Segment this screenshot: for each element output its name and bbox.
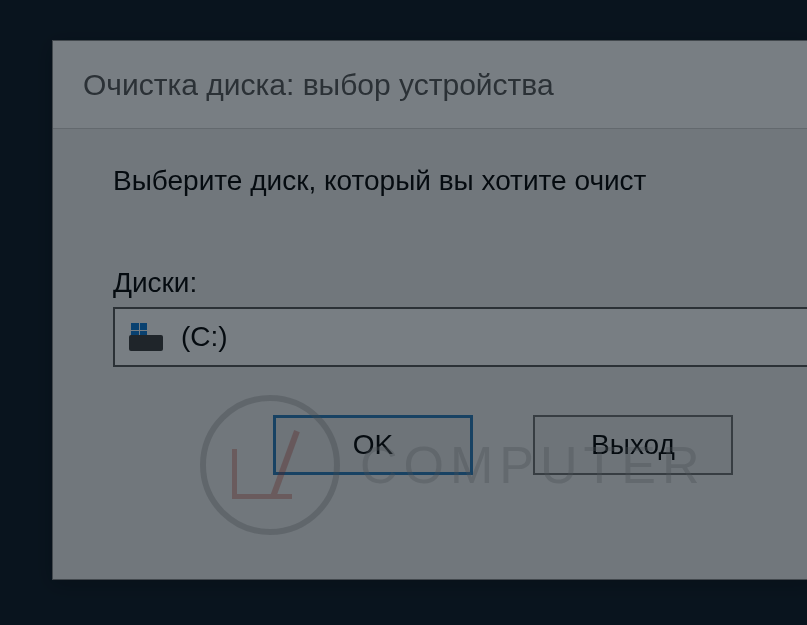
dialog-content: Выберите диск, который вы хотите очист Д… — [53, 129, 807, 505]
ok-button[interactable]: OK — [273, 415, 473, 475]
drive-select-dropdown[interactable]: (C:) — [113, 307, 807, 367]
disk-cleanup-dialog: Очистка диска: выбор устройства Выберите… — [52, 40, 807, 580]
dialog-title: Очистка диска: выбор устройства — [83, 68, 554, 102]
drive-icon — [129, 323, 163, 351]
button-row: OK Выход — [113, 415, 751, 475]
instruction-text: Выберите диск, который вы хотите очист — [113, 165, 751, 197]
selected-drive-text: (C:) — [181, 321, 228, 353]
titlebar[interactable]: Очистка диска: выбор устройства — [53, 41, 807, 129]
exit-button[interactable]: Выход — [533, 415, 733, 475]
drives-label: Диски: — [113, 267, 751, 299]
